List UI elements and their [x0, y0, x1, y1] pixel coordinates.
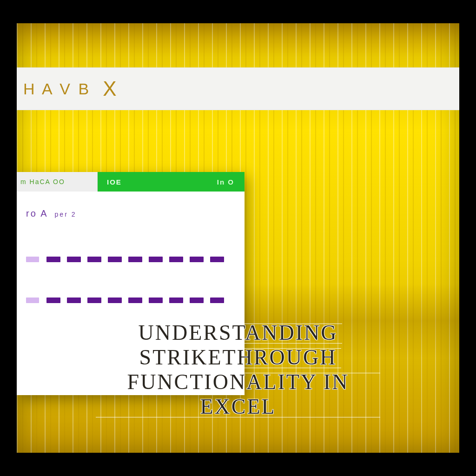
- tab-inactive-label: m HaCA OO: [20, 178, 65, 185]
- tab-inactive[interactable]: m HaCA OO: [17, 172, 98, 192]
- overlay-caption: Understanding Strikethrough Functionalit…: [99, 321, 377, 419]
- formula-bar: H A V B X: [17, 67, 459, 110]
- dialog-heading-sub: per 2: [55, 211, 77, 218]
- close-x-icon[interactable]: X: [103, 77, 118, 100]
- caption-line-2: Strikethrough: [139, 345, 337, 369]
- strikethrough-sample-2: [26, 296, 235, 304]
- dash-line-2: [46, 298, 235, 303]
- monitor-frame: H A V B X m HaCA OO IOE In O ro A per 2: [0, 0, 476, 476]
- screen-area: H A V B X m HaCA OO IOE In O ro A per 2: [17, 23, 459, 453]
- strikethrough-sample-1: [26, 255, 235, 264]
- dash-line-1: [46, 257, 235, 262]
- caption-line-3: Functionality in Excel: [127, 370, 349, 418]
- sample-label-1: [26, 257, 39, 262]
- dialog-heading-main: ro A: [26, 208, 48, 219]
- sample-label-2: [26, 298, 39, 303]
- dialog-heading: ro A per 2: [26, 208, 235, 219]
- tab-active-badge: IOE: [107, 178, 122, 186]
- caption-line-1: Understanding: [139, 321, 338, 344]
- dialog-tabs: m HaCA OO IOE In O: [17, 172, 245, 192]
- tab-active-tool: In O: [217, 178, 234, 186]
- formula-bar-text: H A V B: [23, 80, 91, 98]
- tab-active[interactable]: IOE In O: [98, 172, 245, 192]
- dialog-body: ro A per 2: [17, 192, 245, 314]
